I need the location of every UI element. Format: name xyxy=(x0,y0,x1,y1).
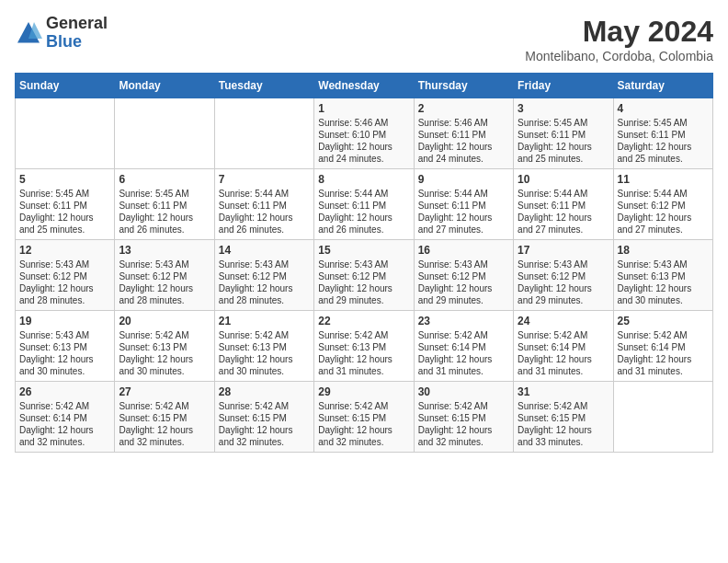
day-info: Sunrise: 5:43 AM Sunset: 6:13 PM Dayligh… xyxy=(618,259,709,306)
day-info: Sunrise: 5:45 AM Sunset: 6:11 PM Dayligh… xyxy=(518,117,609,165)
day-number: 12 xyxy=(19,244,110,257)
day-number: 21 xyxy=(219,315,310,327)
day-number: 24 xyxy=(518,315,609,327)
logo-general-text: General xyxy=(46,15,108,33)
calendar-cell: 17Sunrise: 5:43 AM Sunset: 6:12 PM Dayli… xyxy=(514,240,613,311)
calendar-cell: 11Sunrise: 5:44 AM Sunset: 6:12 PM Dayli… xyxy=(613,169,712,240)
day-number: 13 xyxy=(119,244,210,257)
calendar-cell xyxy=(214,98,313,169)
calendar-body: 1Sunrise: 5:46 AM Sunset: 6:10 PM Daylig… xyxy=(16,98,713,453)
day-header-tuesday: Tuesday xyxy=(214,74,313,98)
location-subtitle: Montelibano, Cordoba, Colombia xyxy=(525,49,713,63)
week-row-1: 1Sunrise: 5:46 AM Sunset: 6:10 PM Daylig… xyxy=(16,98,713,169)
title-block: May 2024 Montelibano, Cordoba, Colombia xyxy=(525,15,713,63)
week-row-3: 12Sunrise: 5:43 AM Sunset: 6:12 PM Dayli… xyxy=(16,240,713,311)
calendar-cell: 7Sunrise: 5:44 AM Sunset: 6:11 PM Daylig… xyxy=(214,169,313,240)
logo: General Blue xyxy=(15,15,108,52)
day-number: 16 xyxy=(418,244,509,257)
calendar-cell: 25Sunrise: 5:42 AM Sunset: 6:14 PM Dayli… xyxy=(613,311,712,382)
day-number: 19 xyxy=(19,315,110,327)
day-info: Sunrise: 5:46 AM Sunset: 6:11 PM Dayligh… xyxy=(418,117,509,165)
calendar-cell: 10Sunrise: 5:44 AM Sunset: 6:11 PM Dayli… xyxy=(514,169,613,240)
calendar-cell: 24Sunrise: 5:42 AM Sunset: 6:14 PM Dayli… xyxy=(514,311,613,382)
day-info: Sunrise: 5:45 AM Sunset: 6:11 PM Dayligh… xyxy=(618,117,709,165)
day-info: Sunrise: 5:44 AM Sunset: 6:12 PM Dayligh… xyxy=(618,188,709,236)
day-info: Sunrise: 5:46 AM Sunset: 6:10 PM Dayligh… xyxy=(318,117,409,165)
day-number: 10 xyxy=(518,173,609,186)
day-info: Sunrise: 5:42 AM Sunset: 6:15 PM Dayligh… xyxy=(219,400,310,448)
day-number: 26 xyxy=(19,385,110,398)
week-row-4: 19Sunrise: 5:43 AM Sunset: 6:13 PM Dayli… xyxy=(16,311,713,382)
day-info: Sunrise: 5:42 AM Sunset: 6:15 PM Dayligh… xyxy=(318,400,409,448)
day-number: 20 xyxy=(119,315,210,327)
calendar-cell: 27Sunrise: 5:42 AM Sunset: 6:15 PM Dayli… xyxy=(115,382,214,453)
days-of-week-row: SundayMondayTuesdayWednesdayThursdayFrid… xyxy=(16,74,713,98)
page-header: General Blue May 2024 Montelibano, Cordo… xyxy=(15,15,713,63)
day-number: 15 xyxy=(318,244,409,257)
calendar-cell: 15Sunrise: 5:43 AM Sunset: 6:12 PM Dayli… xyxy=(314,240,414,311)
day-info: Sunrise: 5:43 AM Sunset: 6:12 PM Dayligh… xyxy=(119,259,210,306)
calendar-cell: 1Sunrise: 5:46 AM Sunset: 6:10 PM Daylig… xyxy=(314,98,414,169)
day-info: Sunrise: 5:43 AM Sunset: 6:12 PM Dayligh… xyxy=(219,259,310,306)
day-number: 14 xyxy=(219,244,310,257)
day-number: 9 xyxy=(418,173,509,186)
calendar-cell: 2Sunrise: 5:46 AM Sunset: 6:11 PM Daylig… xyxy=(414,98,513,169)
day-info: Sunrise: 5:44 AM Sunset: 6:11 PM Dayligh… xyxy=(518,188,609,236)
day-header-sunday: Sunday xyxy=(16,74,115,98)
day-number: 4 xyxy=(618,102,709,115)
calendar-cell: 6Sunrise: 5:45 AM Sunset: 6:11 PM Daylig… xyxy=(115,169,214,240)
calendar-cell: 26Sunrise: 5:42 AM Sunset: 6:14 PM Dayli… xyxy=(16,382,115,453)
day-info: Sunrise: 5:42 AM Sunset: 6:14 PM Dayligh… xyxy=(418,329,509,377)
day-number: 3 xyxy=(518,102,609,115)
calendar-cell: 13Sunrise: 5:43 AM Sunset: 6:12 PM Dayli… xyxy=(115,240,214,311)
month-year-title: May 2024 xyxy=(525,15,713,49)
day-number: 30 xyxy=(418,385,509,398)
day-info: Sunrise: 5:42 AM Sunset: 6:14 PM Dayligh… xyxy=(618,329,709,377)
calendar-cell: 16Sunrise: 5:43 AM Sunset: 6:12 PM Dayli… xyxy=(414,240,513,311)
day-number: 29 xyxy=(318,385,409,398)
day-info: Sunrise: 5:44 AM Sunset: 6:11 PM Dayligh… xyxy=(219,188,310,236)
day-info: Sunrise: 5:45 AM Sunset: 6:11 PM Dayligh… xyxy=(19,188,110,236)
calendar-cell: 29Sunrise: 5:42 AM Sunset: 6:15 PM Dayli… xyxy=(314,382,414,453)
week-row-5: 26Sunrise: 5:42 AM Sunset: 6:14 PM Dayli… xyxy=(16,382,713,453)
calendar-cell: 21Sunrise: 5:42 AM Sunset: 6:13 PM Dayli… xyxy=(214,311,313,382)
calendar-cell: 30Sunrise: 5:42 AM Sunset: 6:15 PM Dayli… xyxy=(414,382,513,453)
day-header-monday: Monday xyxy=(115,74,214,98)
day-info: Sunrise: 5:42 AM Sunset: 6:13 PM Dayligh… xyxy=(318,329,409,377)
calendar-cell xyxy=(613,382,712,453)
calendar-cell: 4Sunrise: 5:45 AM Sunset: 6:11 PM Daylig… xyxy=(613,98,712,169)
day-number: 8 xyxy=(318,173,409,186)
day-number: 17 xyxy=(518,244,609,257)
day-info: Sunrise: 5:42 AM Sunset: 6:15 PM Dayligh… xyxy=(119,400,210,448)
day-number: 2 xyxy=(418,102,509,115)
day-info: Sunrise: 5:43 AM Sunset: 6:12 PM Dayligh… xyxy=(518,259,609,306)
day-header-saturday: Saturday xyxy=(613,74,712,98)
day-number: 27 xyxy=(119,385,210,398)
day-number: 22 xyxy=(318,315,409,327)
day-info: Sunrise: 5:43 AM Sunset: 6:12 PM Dayligh… xyxy=(318,259,409,306)
calendar-cell: 12Sunrise: 5:43 AM Sunset: 6:12 PM Dayli… xyxy=(16,240,115,311)
calendar-table: SundayMondayTuesdayWednesdayThursdayFrid… xyxy=(15,73,713,453)
day-number: 5 xyxy=(19,173,110,186)
day-info: Sunrise: 5:42 AM Sunset: 6:13 PM Dayligh… xyxy=(219,329,310,377)
day-number: 18 xyxy=(618,244,709,257)
calendar-cell: 5Sunrise: 5:45 AM Sunset: 6:11 PM Daylig… xyxy=(16,169,115,240)
calendar-cell: 31Sunrise: 5:42 AM Sunset: 6:15 PM Dayli… xyxy=(514,382,613,453)
day-number: 23 xyxy=(418,315,509,327)
day-number: 6 xyxy=(119,173,210,186)
day-header-thursday: Thursday xyxy=(414,74,513,98)
logo-blue-text: Blue xyxy=(46,33,108,52)
calendar-cell: 3Sunrise: 5:45 AM Sunset: 6:11 PM Daylig… xyxy=(514,98,613,169)
calendar-cell: 19Sunrise: 5:43 AM Sunset: 6:13 PM Dayli… xyxy=(16,311,115,382)
day-number: 11 xyxy=(618,173,709,186)
week-row-2: 5Sunrise: 5:45 AM Sunset: 6:11 PM Daylig… xyxy=(16,169,713,240)
day-info: Sunrise: 5:44 AM Sunset: 6:11 PM Dayligh… xyxy=(318,188,409,236)
day-info: Sunrise: 5:42 AM Sunset: 6:14 PM Dayligh… xyxy=(518,329,609,377)
logo-icon xyxy=(15,19,42,47)
calendar-cell: 9Sunrise: 5:44 AM Sunset: 6:11 PM Daylig… xyxy=(414,169,513,240)
day-info: Sunrise: 5:42 AM Sunset: 6:13 PM Dayligh… xyxy=(119,329,210,377)
calendar-cell: 20Sunrise: 5:42 AM Sunset: 6:13 PM Dayli… xyxy=(115,311,214,382)
calendar-cell: 8Sunrise: 5:44 AM Sunset: 6:11 PM Daylig… xyxy=(314,169,414,240)
calendar-cell: 22Sunrise: 5:42 AM Sunset: 6:13 PM Dayli… xyxy=(314,311,414,382)
calendar-cell: 28Sunrise: 5:42 AM Sunset: 6:15 PM Dayli… xyxy=(214,382,313,453)
